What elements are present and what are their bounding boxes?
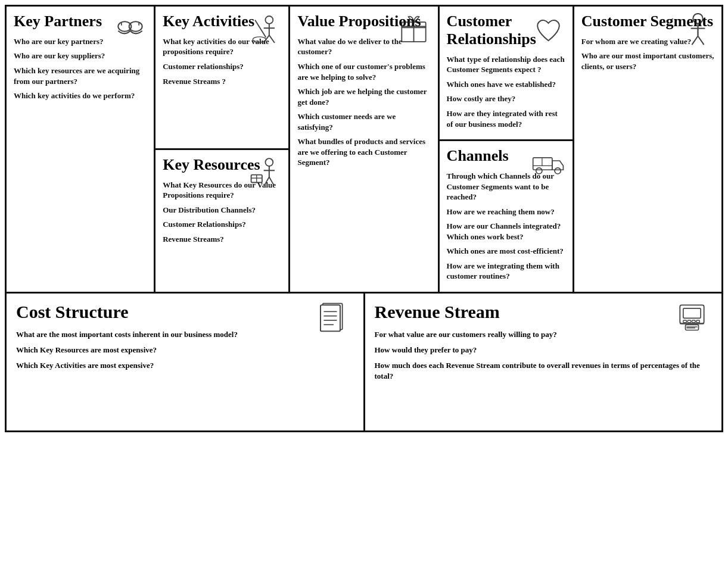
customer-segments-icon — [680, 11, 715, 47]
key-resources-icon — [247, 155, 282, 191]
crm-line-3: How costly are they? — [447, 93, 565, 104]
activities-resources-column: Key Activities What key activities do ou… — [155, 7, 290, 292]
customer-segments-cell: Customer Segments For whom are we creati… — [574, 7, 721, 292]
crm-line-4: How are they integrated with rest of our… — [447, 108, 565, 129]
key-resources-line-2: Our Distribution Channels? — [163, 205, 281, 216]
top-section: Key Partners Who are our key partners? W… — [7, 7, 721, 294]
svg-rect-44 — [683, 308, 700, 319]
cost-line-2: Which Key Resources are most expensive? — [16, 345, 354, 355]
cost-structure-title: Cost Structure — [16, 302, 354, 322]
crm-line-1: What type of relationship does each Cust… — [447, 54, 565, 75]
revenue-stream-icon — [674, 299, 710, 335]
channels-line-5: How are we integrating them with custome… — [447, 261, 565, 282]
svg-line-8 — [269, 35, 275, 43]
cost-structure-body: What are the most important costs inhere… — [16, 329, 354, 372]
svg-line-15 — [269, 177, 273, 185]
cost-structure-cell: Cost Structure What are the most importa… — [7, 294, 365, 430]
value-propositions-cell: Value Propositions What value do we deli… — [290, 7, 439, 292]
cost-structure-icon — [316, 299, 351, 335]
svg-line-14 — [265, 177, 269, 185]
cost-line-3: Which Key Activities are most expensive? — [16, 360, 354, 371]
value-prop-line-5: What bundles of products and services ar… — [297, 136, 430, 168]
key-resources-line-4: Revenue Streams? — [163, 234, 281, 245]
key-resources-line-3: Customer Relationships? — [163, 219, 281, 230]
bottom-section: Cost Structure What are the most importa… — [7, 294, 721, 430]
customer-relationships-icon — [531, 11, 567, 47]
svg-rect-51 — [692, 320, 695, 323]
key-activities-line-2: Customer relationships? — [163, 61, 281, 72]
svg-rect-46 — [685, 325, 698, 330]
channels-line-3: How are our Channels integrated? Which o… — [447, 221, 565, 242]
svg-point-24 — [555, 167, 561, 173]
key-partners-cell: Key Partners Who are our key partners? W… — [7, 7, 155, 292]
value-propositions-body: What value do we deliver to the customer… — [297, 36, 430, 168]
cs-line-2: Who are our most important customers, cl… — [581, 51, 714, 71]
key-partners-line-4: Which key activities do we perform? — [14, 90, 147, 101]
value-prop-line-4: Which customer needs are we satisfying? — [297, 111, 430, 132]
key-partners-icon — [112, 11, 148, 47]
revenue-stream-title: Revenue Stream — [375, 302, 713, 322]
svg-rect-37 — [321, 305, 340, 332]
customer-relationships-body: What type of relationship does each Cust… — [447, 54, 565, 129]
revenue-line-1: For what value are our customers really … — [375, 329, 713, 340]
key-partners-line-3: Which key resources are we acquiring fro… — [14, 65, 147, 86]
key-activities-icon — [247, 11, 282, 47]
svg-rect-49 — [683, 320, 686, 323]
svg-rect-22 — [533, 157, 552, 169]
crm-line-2: Which ones have we established? — [447, 79, 565, 90]
channels-line-2: How are we reaching them now? — [447, 207, 565, 217]
svg-rect-52 — [696, 320, 699, 323]
value-prop-line-2: Which one of our customer's problems are… — [297, 61, 430, 82]
value-propositions-icon — [396, 11, 432, 47]
revenue-stream-cell: Revenue Stream For what value are our cu… — [365, 294, 722, 430]
revenue-line-2: How would they prefer to pay? — [375, 345, 713, 355]
svg-point-10 — [253, 36, 266, 42]
revenue-stream-body: For what value are our customers really … — [375, 329, 713, 382]
revenue-line-3: How much does each Revenue Stream contri… — [375, 360, 713, 382]
channels-icon — [531, 146, 567, 182]
customer-relationships-cell: Customer Relationships What type of rela… — [440, 7, 573, 141]
channels-line-4: Which ones are most cost-efficient? — [447, 246, 565, 257]
key-partners-line-2: Who are our key suppliers? — [14, 51, 147, 61]
channels-body: Through which Channels do our Customer S… — [447, 171, 565, 282]
svg-rect-50 — [687, 320, 691, 323]
svg-point-4 — [265, 16, 273, 24]
svg-line-31 — [698, 36, 704, 45]
key-resources-cell: Key Resources What Key Resources do our … — [155, 150, 288, 292]
crm-channels-column: Customer Relationships What type of rela… — [440, 7, 574, 292]
svg-line-30 — [692, 36, 698, 45]
cost-line-1: What are the most important costs inhere… — [16, 329, 354, 340]
svg-point-27 — [693, 13, 703, 23]
business-model-canvas: Key Partners Who are our key partners? W… — [5, 5, 723, 432]
key-activities-line-3: Revenue Streams ? — [163, 76, 281, 87]
channels-cell: Channels Through which Channels do our C… — [440, 141, 573, 292]
svg-point-11 — [265, 159, 273, 167]
svg-point-23 — [536, 167, 542, 173]
value-prop-line-3: Which job are we helping the customer ge… — [297, 86, 430, 107]
key-activities-cell: Key Activities What key activities do ou… — [155, 7, 288, 150]
